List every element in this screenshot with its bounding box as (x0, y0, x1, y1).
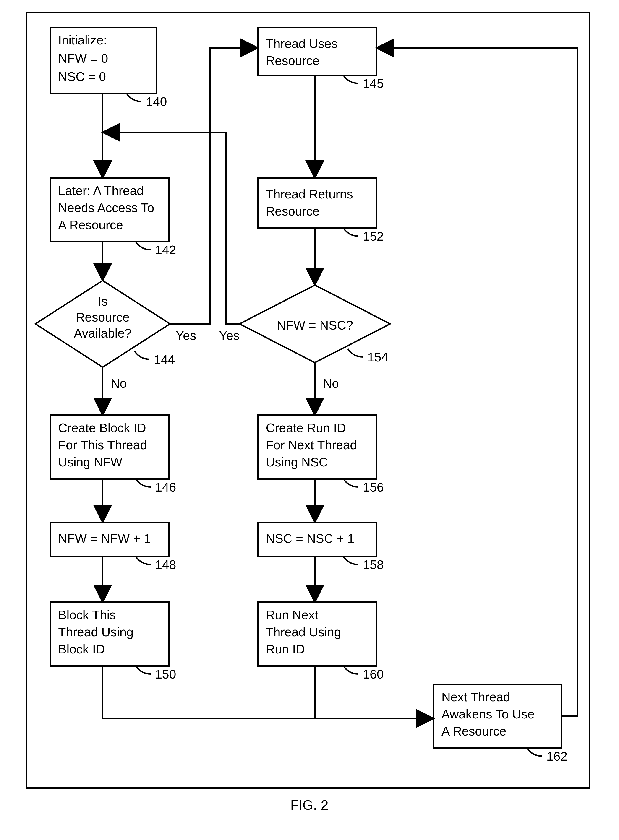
node-create-block-id-146: Create Block ID For This Thread Using NF… (50, 415, 176, 494)
node-text: Is (98, 294, 108, 308)
node-text: For This Thread (58, 438, 147, 452)
ref-label: 148 (155, 558, 176, 572)
svg-rect-7 (258, 27, 377, 75)
node-block-thread-150: Block This Thread Using Block ID 150 (50, 602, 176, 681)
node-text: Resource (266, 204, 319, 218)
edge-label-no: No (111, 376, 127, 391)
node-text: Block This (58, 608, 116, 622)
node-text: Later: A Thread (58, 184, 144, 198)
ref-label: 145 (363, 76, 384, 91)
node-text: Create Block ID (58, 421, 146, 435)
ref-label: 146 (155, 480, 176, 494)
ref-label: 140 (146, 95, 167, 109)
ref-label: 156 (363, 480, 384, 494)
edge-label-no: No (323, 376, 339, 391)
node-text: Needs Access To (58, 201, 154, 215)
node-text: Using NSC (266, 455, 328, 469)
node-text: A Resource (441, 724, 506, 738)
node-text: Using NFW (58, 455, 122, 469)
ref-label: 158 (363, 558, 384, 572)
node-text: Create Run ID (266, 421, 346, 435)
ref-label: 150 (155, 667, 176, 681)
node-text: Thread Uses (266, 36, 338, 51)
figure-label: FIG. 2 (290, 797, 329, 813)
ref-label: 154 (367, 350, 388, 364)
node-text: A Resource (58, 218, 123, 232)
node-resource-available-144: Is Resource Available? 144 (35, 280, 175, 367)
node-text: Thread Using (58, 625, 133, 639)
ref-label: 152 (363, 229, 384, 243)
node-returns-resource-152: Thread Returns Resource 152 (258, 178, 384, 243)
ref-label: 144 (154, 352, 175, 367)
ref-label: 162 (546, 749, 567, 763)
node-text: NSC = 0 (58, 70, 106, 84)
node-text: NFW = 0 (58, 51, 108, 66)
node-text: Resource (76, 310, 129, 324)
node-text: NSC = NSC + 1 (266, 531, 354, 546)
node-text: Run ID (266, 642, 305, 656)
node-need-access-142: Later: A Thread Needs Access To A Resour… (50, 178, 176, 257)
node-text: For Next Thread (266, 438, 357, 452)
edge-150-160-to-162 (103, 666, 434, 718)
node-create-run-id-156: Create Run ID For Next Thread Using NSC … (258, 415, 384, 494)
edge-label-yes: Yes (219, 328, 239, 343)
node-nfw-increment-148: NFW = NFW + 1 148 (50, 522, 176, 572)
node-nsc-increment-158: NSC = NSC + 1 158 (258, 522, 384, 572)
node-text: NFW = NFW + 1 (58, 531, 151, 546)
node-text: Block ID (58, 642, 105, 656)
node-text: Awakens To Use (441, 707, 535, 721)
edge-144-145-yes (170, 48, 258, 324)
node-text: Available? (74, 326, 132, 340)
node-text: Thread Using (266, 625, 341, 639)
node-text: NFW = NSC? (277, 318, 353, 332)
svg-rect-0 (26, 12, 590, 788)
edge-label-yes: Yes (176, 328, 196, 343)
svg-rect-8 (258, 178, 377, 228)
node-text: Thread Returns (266, 187, 353, 201)
node-text: Run Next (266, 608, 318, 622)
node-initialize-140: Initialize: NFW = 0 NSC = 0 140 (50, 27, 167, 109)
node-text: Initialize: (58, 33, 107, 47)
edge-162-145 (377, 48, 577, 716)
node-next-thread-awakens-162: Next Thread Awakens To Use A Resource 16… (434, 684, 567, 763)
ref-label: 160 (363, 667, 384, 681)
node-text: Resource (266, 54, 319, 68)
node-nfw-equals-nsc-154: NFW = NSC? 154 (239, 285, 390, 364)
node-text: Next Thread (441, 690, 510, 704)
node-uses-resource-145: Thread Uses Resource 145 (258, 27, 384, 91)
ref-label: 142 (155, 243, 176, 257)
node-run-next-thread-160: Run Next Thread Using Run ID 160 (258, 602, 384, 681)
